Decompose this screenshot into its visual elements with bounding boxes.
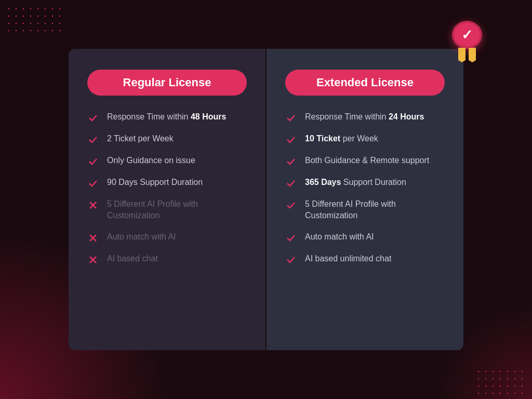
check-icon [285,156,297,167]
list-item: Only Guidance on issue [87,155,247,167]
list-item: Response Time within 48 Hours [87,111,247,124]
list-item: 90 Days Support Duration [87,177,247,189]
list-item: 365 Days Support Duration [285,177,445,189]
extended-license-card: Extended License Response Time within 24… [267,49,463,350]
badge-check-icon: ✓ [461,28,473,42]
decorative-dots-top-left [5,5,62,36]
extended-feature-list: Response Time within 24 Hours 10 Ticket … [285,111,445,265]
list-item: 2 Ticket per Week [87,133,247,145]
extended-license-title-pill: Extended License [285,70,445,96]
regular-license-card: Regular License Response Time within 48 … [69,49,265,350]
check-icon [285,112,297,124]
feature-text-ai-profile: 5 Different AI Profile with Customizatio… [305,198,445,222]
feature-text-duration: 365 Days Support Duration [305,177,406,188]
badge-circle: ✓ [452,21,482,49]
feature-text-auto-match: Auto match with AI [305,231,374,243]
feature-text-auto-match: Auto match with AI [107,231,176,243]
feature-text-response-time: Response Time within 24 Hours [305,111,424,123]
ribbon-left [458,48,466,62]
feature-text-response-time: Response Time within 48 Hours [107,111,226,123]
decorative-dots-bottom-right [475,368,527,394]
cross-icon [87,254,99,265]
extended-license-title: Extended License [316,76,414,89]
check-icon [87,156,99,167]
ribbon-right [469,48,476,62]
badge-ribbon [458,48,476,62]
list-item: 10 Ticket per Week [285,133,445,145]
feature-text-duration: 90 Days Support Duration [107,177,203,188]
feature-text-ai-chat: AI based unlimited chat [305,253,391,264]
feature-text-guidance: Both Guidance & Remote support [305,155,429,166]
check-icon [87,112,99,124]
feature-text-guidance: Only Guidance on issue [107,155,195,166]
feature-text-ai-chat: AI based chat [107,253,158,264]
check-icon [285,254,297,265]
list-item: Both Guidance & Remote support [285,155,445,167]
feature-text-ai-profile: 5 Different AI Profile with Customizatio… [107,198,247,222]
feature-text-ticket: 2 Ticket per Week [107,133,174,144]
regular-feature-list: Response Time within 48 Hours 2 Ticket p… [87,111,247,265]
check-icon [285,232,297,244]
feature-text-ticket: 10 Ticket per Week [305,133,378,144]
list-item: AI based chat [87,253,247,265]
list-item: Auto match with AI [87,231,247,244]
pricing-cards-container: Regular License Response Time within 48 … [69,49,463,350]
list-item: 5 Different AI Profile with Customizatio… [285,198,445,222]
list-item: AI based unlimited chat [285,253,445,265]
check-icon [285,200,297,211]
check-icon [87,134,99,145]
cross-icon [87,232,99,244]
regular-license-title-pill: Regular License [87,70,247,96]
cross-icon [87,200,99,211]
check-icon [285,178,297,189]
list-item: Auto match with AI [285,231,445,244]
check-icon [87,178,99,189]
award-badge: ✓ [449,21,485,62]
regular-license-title: Regular License [123,76,211,89]
list-item: Response Time within 24 Hours [285,111,445,124]
check-icon [285,134,297,145]
list-item: 5 Different AI Profile with Customizatio… [87,198,247,222]
